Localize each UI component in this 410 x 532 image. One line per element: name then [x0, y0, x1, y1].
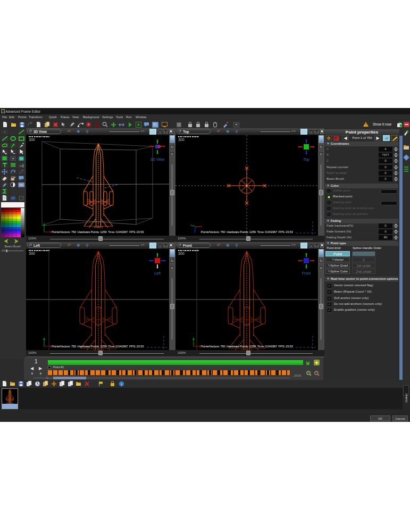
svg-text:i: i: [121, 382, 122, 386]
